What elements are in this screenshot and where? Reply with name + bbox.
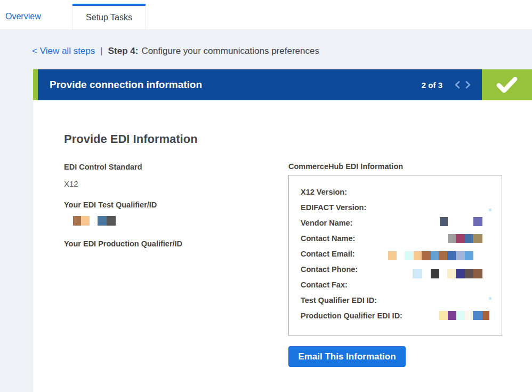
step-navigation: < View all steps|Step 4:Configure your c… (32, 46, 319, 57)
checkmark-icon (495, 75, 519, 94)
tab-setup-tasks[interactable]: Setup Tasks (72, 4, 146, 29)
tab-overview[interactable]: Overview (5, 12, 41, 21)
step-title: Configure your communications preference… (141, 46, 319, 56)
banner-title: Provide connection information (50, 79, 202, 91)
redacted-value-contact-name (448, 234, 482, 243)
redacted-value-test-qualifier-edi-id (489, 297, 491, 300)
info-row-label: Contact Email: (301, 250, 355, 258)
info-row-label: EDIFACT Version: (301, 203, 366, 212)
banner-accent-strip (33, 69, 38, 100)
info-row-label: X12 Version: (301, 188, 347, 196)
left-gutter (0, 69, 33, 392)
redacted-value-contact-email (388, 251, 473, 260)
tab-bar: Overview Setup Tasks (0, 0, 532, 29)
email-button-label: Email This Information (298, 351, 396, 362)
redacted-value-production-qualifier-edi-id (439, 311, 489, 320)
info-row-label: Contact Phone: (301, 265, 358, 274)
redacted-value-edifact-version (489, 209, 491, 211)
banner-pager: 2 of 3 (422, 81, 442, 90)
step-complete-button[interactable] (482, 69, 532, 100)
redacted-value-vendor-name (440, 217, 482, 226)
info-row-label: Contact Name: (301, 234, 355, 243)
info-row-label: Vendor Name: (301, 219, 353, 227)
view-all-steps-link[interactable]: < View all steps (32, 46, 95, 56)
step-number-label: Step 4: (108, 46, 139, 56)
info-row-label: Production Qualifier EDI ID: (301, 311, 402, 320)
step-banner: Provide connection information 2 of 3 (33, 69, 532, 100)
chevron-right-icon[interactable] (465, 81, 471, 89)
chevron-left-icon[interactable] (454, 81, 461, 89)
redacted-value-your-edi-test-qualifier-id (73, 216, 116, 226)
redacted-value-contact-phone (413, 269, 482, 278)
edi-control-standard-value: X12 (64, 179, 78, 188)
edi-test-qualifier-label: Your EDI Test Qualifier/ID (64, 201, 157, 210)
info-row-label: Test Qualifier EDI ID: (301, 296, 377, 305)
email-this-information-button[interactable]: Email This Information (288, 346, 406, 367)
step-separator: | (100, 46, 102, 56)
page-title: Provide EDI Information (64, 132, 198, 146)
info-row-label: Contact Fax: (301, 281, 348, 289)
tab-setup-tasks-label: Setup Tasks (86, 13, 132, 22)
edi-control-standard-label: EDI Control Standard (64, 163, 142, 171)
info-box-title: CommerceHub EDI Information (288, 162, 403, 171)
edi-production-qualifier-label: Your EDI Production Qualifier/ID (64, 239, 182, 248)
